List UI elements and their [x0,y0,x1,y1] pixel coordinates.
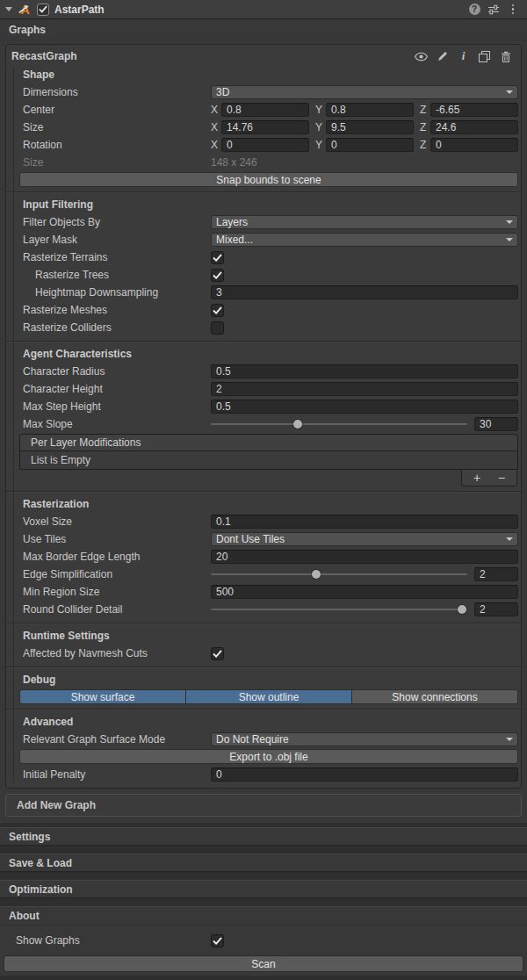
dropdown-value: Dont Use Tiles [216,533,285,545]
min-region-size-field[interactable]: 500 [211,585,518,599]
row-relevant-graph-surface-mode: Relevant Graph Surface Mode Do Not Requi… [6,731,521,748]
duplicate-icon[interactable] [478,50,491,63]
list-add-button[interactable]: + [466,472,488,485]
divider [6,709,521,710]
row-center: Center X 0.8 Y 0.8 Z -6.65 [6,101,521,119]
center-x-field[interactable]: 0.8 [221,103,309,117]
edge-simplification-slider[interactable] [211,573,467,575]
edge-simplification-field[interactable]: 2 [474,567,518,581]
size-readout-value: 148 x 246 [211,156,257,169]
presets-icon[interactable] [487,3,501,17]
show-graphs-checkbox[interactable] [211,934,224,948]
voxel-size-field[interactable]: 0.1 [211,515,518,529]
rasterize-meshes-checkbox[interactable] [211,304,224,317]
eye-icon[interactable] [415,50,428,63]
row-dimensions: Dimensions 3D [6,83,521,101]
use-tiles-dropdown[interactable]: Dont Use Tiles [211,532,518,546]
graphs-section-header[interactable]: Graphs [0,19,527,40]
character-radius-field[interactable]: 0.5 [211,364,518,378]
round-collider-detail-label: Round Collider Detail [23,603,211,616]
rotation-y-field[interactable]: 0 [326,138,414,152]
graph-header[interactable]: RecastGraph i [6,47,521,66]
size-z-field[interactable]: 24.6 [430,120,518,134]
max-slope-slider[interactable] [211,423,467,425]
character-radius-label: Character Radius [23,365,211,378]
section-save-load[interactable]: Save & Load [0,854,527,872]
heightmap-downsampling-field[interactable]: 3 [211,285,518,299]
help-icon[interactable]: ? [467,3,481,17]
row-use-tiles: Use Tiles Dont Use Tiles [6,530,521,548]
round-collider-detail-field[interactable]: 2 [474,602,518,616]
more-menu-icon[interactable] [506,3,520,17]
center-z-field[interactable]: -6.65 [430,103,518,117]
filter-objects-by-label: Filter Objects By [23,216,211,228]
size-y-field[interactable]: 9.5 [326,120,414,134]
dropdown-value: Do Not Require [216,733,289,746]
slider-handle[interactable] [312,570,321,579]
chevron-down-icon [506,537,513,541]
rasterize-trees-checkbox[interactable] [211,269,224,282]
round-collider-detail-slider[interactable] [211,609,467,610]
affected-by-navmesh-cuts-checkbox[interactable] [211,647,224,660]
size-readout-label: Size [23,156,211,169]
per-layer-modifications-header[interactable]: Per Layer Modifications [19,434,518,451]
row-character-radius: Character Radius 0.5 [6,363,521,380]
chevron-down-icon [506,220,513,224]
rasterize-trees-label: Rasterize Trees [35,269,211,281]
component-header: A AstarPath ? [0,0,527,19]
axis-x-label: X [211,139,221,151]
rotation-z-field[interactable]: 0 [430,138,518,152]
show-connections-button[interactable]: Show connections [352,689,518,704]
graphs-section-title: Graphs [9,24,46,36]
pencil-icon[interactable] [436,50,449,63]
rotation-label: Rotation [23,139,211,151]
section-advanced: Advanced [6,713,521,731]
divider [6,623,521,623]
show-outline-button[interactable]: Show outline [186,689,352,704]
list-remove-button[interactable]: − [490,472,513,485]
rotation-x-field[interactable]: 0 [221,138,309,152]
rasterize-terrains-checkbox[interactable] [211,251,224,264]
center-y-field[interactable]: 0.8 [326,103,414,117]
add-new-graph-button[interactable]: Add New Graph [5,794,522,817]
row-size-readout: Size 148 x 246 [6,154,521,171]
rasterize-meshes-label: Rasterize Meshes [23,304,211,316]
slider-handle[interactable] [458,605,466,614]
section-about[interactable]: About [0,907,527,926]
dropdown-value: Mixed... [216,234,253,246]
max-border-edge-length-label: Max Border Edge Length [23,551,211,563]
slider-handle[interactable] [293,420,302,429]
max-slope-field[interactable]: 30 [474,417,518,431]
layer-mask-label: Layer Mask [23,234,211,246]
row-voxel-size: Voxel Size 0.1 [6,513,521,530]
trash-icon[interactable] [499,50,512,63]
max-slope-label: Max Slope [23,418,211,430]
snap-bounds-button[interactable]: Snap bounds to scene [19,172,518,187]
size-x-field[interactable]: 14.76 [221,120,309,134]
character-height-field[interactable]: 2 [211,382,518,396]
axis-z-label: Z [420,139,430,151]
show-surface-button[interactable]: Show surface [19,689,186,704]
axis-z-label: Z [420,104,430,116]
max-step-height-field[interactable]: 0.5 [211,400,518,414]
export-obj-button[interactable]: Export to .obj file [19,749,518,764]
filter-objects-by-dropdown[interactable]: Layers [211,215,518,229]
max-border-edge-length-field[interactable]: 20 [211,550,518,564]
component-enabled-checkbox[interactable] [37,4,49,16]
layer-mask-dropdown[interactable]: Mixed... [211,233,518,247]
info-icon[interactable]: i [457,50,470,63]
rasterize-colliders-checkbox[interactable] [211,321,224,335]
foldout-arrow-icon[interactable] [5,7,12,11]
axis-y-label: Y [315,139,326,151]
axis-z-label: Z [420,121,430,133]
section-optimization[interactable]: Optimization [0,880,527,898]
initial-penalty-field[interactable]: 0 [211,767,518,782]
axis-y-label: Y [315,104,326,116]
chevron-down-icon [506,238,513,241]
dimensions-dropdown[interactable]: 3D [211,85,518,99]
scan-button[interactable]: Scan [4,955,523,972]
debug-toggle-group: Show surface Show outline Show connectio… [19,689,518,704]
section-settings[interactable]: Settings [0,827,527,846]
relevant-graph-surface-mode-dropdown[interactable]: Do Not Require [211,732,518,746]
section-debug: Debug [6,671,521,688]
